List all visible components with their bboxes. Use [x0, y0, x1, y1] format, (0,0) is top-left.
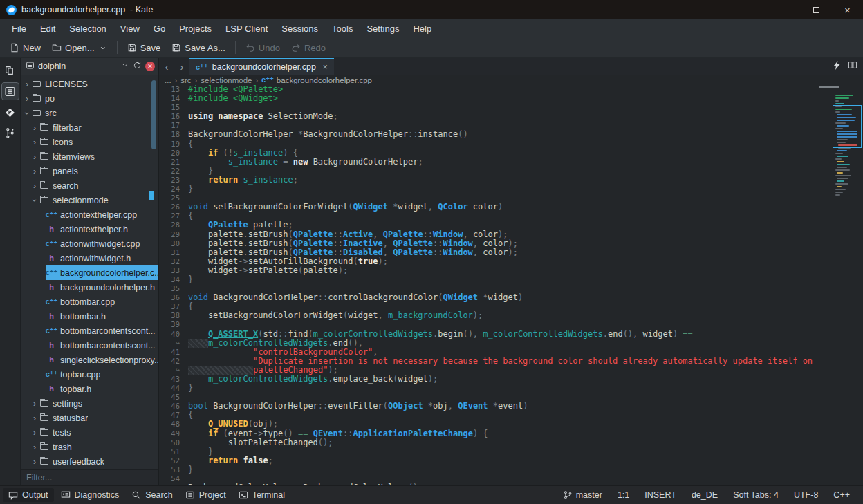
tab-backgroundcolorhelper[interactable]: c⁺⁺ backgroundcolorhelper.cpp × [189, 58, 334, 75]
refresh-icon[interactable] [133, 61, 142, 72]
minimap-line [835, 153, 843, 154]
tree-item-actiontexthelper-cpp[interactable]: c⁺⁺actiontexthelper.cpp [21, 207, 158, 222]
statusbar-soft-tabs-4[interactable]: Soft Tabs: 4 [727, 488, 785, 502]
split-view-icon[interactable] [848, 60, 857, 73]
menu-projects[interactable]: Projects [173, 21, 218, 36]
new-button[interactable]: New [4, 41, 46, 55]
tree-item-bottombarcontentscont-[interactable]: c⁺⁺bottombarcontentscont... [21, 324, 158, 338]
breadcrumb--[interactable]: ... [165, 76, 171, 84]
tab-close-icon[interactable]: × [323, 62, 328, 72]
expander-chevron-icon[interactable]: › [24, 94, 30, 104]
tree-item-label: statusbar [53, 413, 88, 423]
minimap-viewport[interactable] [833, 105, 862, 148]
expander-chevron-icon[interactable]: › [31, 399, 38, 409]
dock-symbols-button[interactable] [2, 124, 19, 141]
menu-lsp-client[interactable]: LSP Client [219, 21, 274, 36]
menubar: FileEditSelectionViewGoProjectsLSP Clien… [0, 19, 863, 38]
back-button[interactable]: ‹ [159, 58, 174, 75]
statusbar-terminal-button[interactable]: Terminal [233, 488, 290, 502]
expander-chevron-icon[interactable]: › [31, 138, 38, 147]
tree-item-actionwithwidget-h[interactable]: hactionwithwidget.h [21, 251, 158, 265]
tree-item-filterbar[interactable]: ›filterbar [21, 120, 158, 135]
statusbar-output-button[interactable]: Output [3, 488, 54, 502]
expander-chevron-icon[interactable]: › [31, 152, 38, 162]
statusbar-insert[interactable]: INSERT [638, 488, 683, 502]
dock-projects-button[interactable] [2, 83, 19, 100]
expander-chevron-icon[interactable]: › [24, 80, 30, 89]
menu-selection[interactable]: Selection [63, 21, 112, 36]
close-project-icon[interactable]: ✕ [145, 62, 155, 71]
menu-sessions[interactable]: Sessions [275, 21, 324, 36]
statusbar-master[interactable]: master [557, 488, 609, 502]
expander-chevron-icon[interactable]: › [31, 181, 38, 191]
open-button[interactable]: Open... [46, 41, 113, 55]
tree-item-src[interactable]: ›src [21, 106, 158, 120]
breadcrumb-backgroundcolorhelper-cpp[interactable]: c⁺⁺backgroundcolorhelper.cpp [261, 76, 372, 84]
tree-item-selectionmode[interactable]: ›selectionmode [21, 193, 158, 207]
tree-item-statusbar[interactable]: ›statusbar [21, 411, 158, 425]
tree-item-icons[interactable]: ›icons [21, 135, 158, 149]
statusbar-project-button[interactable]: Project [180, 488, 232, 502]
tree-item-actiontexthelper-h[interactable]: hactiontexthelper.h [21, 222, 158, 236]
tree-item-po[interactable]: ›po [21, 91, 158, 106]
minimize-button[interactable] [770, 0, 801, 19]
save-button[interactable]: Save [122, 41, 167, 55]
menu-tools[interactable]: Tools [326, 21, 359, 36]
expander-chevron-icon[interactable]: › [31, 123, 38, 133]
breadcrumb-src[interactable]: src [180, 76, 191, 84]
filter-input[interactable] [26, 473, 153, 483]
tree-item-bottombar-cpp[interactable]: c⁺⁺bottombar.cpp [21, 295, 158, 309]
statusbar-c++[interactable]: C++ [827, 488, 856, 502]
expander-chevron-icon[interactable]: › [31, 413, 38, 423]
menu-edit[interactable]: Edit [34, 21, 62, 36]
tree-item-panels[interactable]: ›panels [21, 164, 158, 178]
expander-chevron-icon[interactable]: › [22, 110, 32, 117]
toolbar-button-label: Save As... [185, 43, 225, 53]
dock-documents-button[interactable] [2, 62, 19, 79]
tree-item-search[interactable]: ›search [21, 178, 158, 193]
statusbar-1-1[interactable]: 1:1 [611, 488, 635, 502]
statusbar-search-button[interactable]: Search [126, 488, 178, 502]
tree-item-actionwithwidget-cpp[interactable]: c⁺⁺actionwithwidget.cpp [21, 236, 158, 251]
menu-file[interactable]: File [6, 21, 33, 36]
undo-button[interactable]: Undo [240, 41, 286, 55]
breadcrumb-selectionmode[interactable]: selectionmode [201, 76, 252, 84]
expander-chevron-icon[interactable]: › [31, 457, 38, 467]
tree-item-trash[interactable]: ›trash [21, 440, 158, 454]
close-button[interactable]: × [832, 0, 863, 19]
menu-go[interactable]: Go [147, 21, 171, 36]
statusbar-diagnostics-button[interactable]: Diagnostics [55, 488, 125, 502]
project-selector[interactable]: dolphin [38, 62, 66, 71]
tree-item-topbar-cpp[interactable]: c⁺⁺topbar.cpp [21, 367, 158, 382]
code-editor[interactable]: 13#include <QPalette>14#include <QWidget… [159, 85, 863, 485]
expander-chevron-icon[interactable]: › [31, 428, 38, 438]
tree-item-bottombarcontentscont-[interactable]: hbottombarcontentscont... [21, 338, 158, 353]
statusbar-utf-8[interactable]: UTF-8 [788, 488, 824, 502]
dock-git-button[interactable] [2, 104, 19, 120]
tree-item-singleclickselectionproxy-[interactable]: hsingleclickselectionproxy... [21, 353, 158, 367]
redo-button[interactable]: Redo [286, 41, 331, 55]
tree-item-licenses[interactable]: ›LICENSES [21, 77, 158, 91]
tree-item-topbar-h[interactable]: htopbar.h [21, 382, 158, 396]
expander-chevron-icon[interactable]: › [30, 197, 39, 204]
tree-item-bottombar-h[interactable]: hbottombar.h [21, 309, 158, 324]
expander-chevron-icon[interactable]: › [31, 442, 38, 452]
statusbar-de-de[interactable]: de_DE [685, 488, 724, 502]
tree-item-settings[interactable]: ›settings [21, 396, 158, 411]
tree-item-backgroundcolorhelper-h[interactable]: hbackgroundcolorhelper.h [21, 280, 158, 295]
tree-scrollbar[interactable] [151, 80, 156, 149]
expander-chevron-icon[interactable]: › [31, 167, 38, 176]
tree-item-userfeedback[interactable]: ›userfeedback [21, 454, 158, 469]
minimap-scrollbar[interactable] [834, 95, 862, 482]
menu-help[interactable]: Help [407, 21, 438, 36]
menu-settings[interactable]: Settings [360, 21, 405, 36]
chevron-down-icon[interactable] [122, 62, 129, 71]
menu-view[interactable]: View [114, 21, 146, 36]
lightning-icon[interactable] [833, 60, 841, 73]
save-as-button[interactable]: Save As... [166, 41, 231, 55]
tree-item-kitemviews[interactable]: ›kitemviews [21, 149, 158, 164]
forward-button[interactable]: › [174, 58, 189, 75]
maximize-button[interactable] [801, 0, 832, 19]
tree-item-backgroundcolorhelper-c-[interactable]: c⁺⁺backgroundcolorhelper.c... [21, 265, 158, 280]
tree-item-tests[interactable]: ›tests [21, 425, 158, 440]
